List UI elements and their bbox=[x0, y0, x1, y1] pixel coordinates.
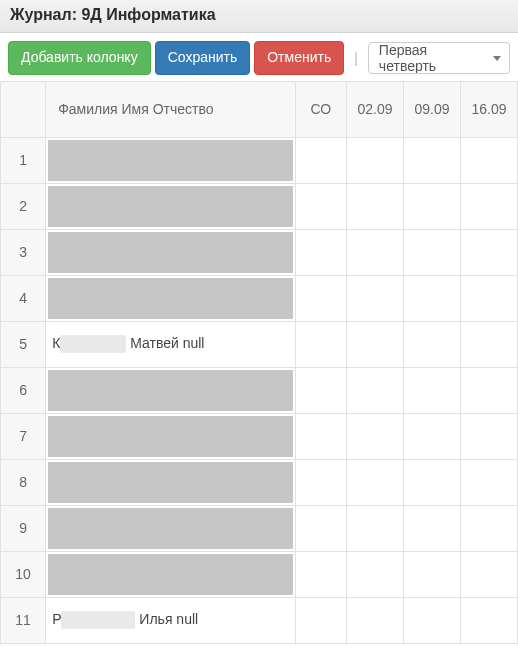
co-cell[interactable] bbox=[295, 367, 347, 413]
grade-cell[interactable] bbox=[404, 137, 461, 183]
grade-cell[interactable] bbox=[347, 551, 404, 597]
row-number: 6 bbox=[1, 367, 46, 413]
grade-cell[interactable] bbox=[404, 275, 461, 321]
grade-cell[interactable] bbox=[460, 413, 517, 459]
student-name-cell[interactable] bbox=[46, 551, 295, 597]
grade-cell[interactable] bbox=[347, 459, 404, 505]
grade-cell[interactable] bbox=[460, 597, 517, 643]
row-number: 9 bbox=[1, 505, 46, 551]
grade-cell[interactable] bbox=[404, 551, 461, 597]
redaction-block bbox=[48, 370, 292, 411]
toolbar: Добавить колонку Сохранить Отменить | Пе… bbox=[0, 33, 518, 81]
cancel-button[interactable]: Отменить bbox=[254, 41, 344, 75]
grade-cell[interactable] bbox=[460, 275, 517, 321]
co-cell[interactable] bbox=[295, 459, 347, 505]
row-number: 3 bbox=[1, 229, 46, 275]
add-column-button[interactable]: Добавить колонку bbox=[8, 41, 151, 75]
grade-cell[interactable] bbox=[460, 505, 517, 551]
grid-header-row: Фамилия Имя Отчество СО 02.09 09.09 16.0… bbox=[1, 81, 518, 137]
grade-cell[interactable] bbox=[347, 367, 404, 413]
co-cell[interactable] bbox=[295, 321, 347, 367]
student-name-cell[interactable] bbox=[46, 367, 295, 413]
header-name[interactable]: Фамилия Имя Отчество bbox=[46, 81, 295, 137]
header-date-1[interactable]: 09.09 bbox=[404, 81, 461, 137]
header-co[interactable]: СО bbox=[295, 81, 347, 137]
row-number: 8 bbox=[1, 459, 46, 505]
row-number: 2 bbox=[1, 183, 46, 229]
row-number: 4 bbox=[1, 275, 46, 321]
table-row: 3 bbox=[1, 229, 518, 275]
student-name-cell[interactable] bbox=[46, 183, 295, 229]
header-date-0[interactable]: 02.09 bbox=[347, 81, 404, 137]
title-prefix: Журнал: bbox=[10, 6, 77, 23]
page-header: Журнал: 9Д Информатика bbox=[0, 0, 518, 33]
grade-cell[interactable] bbox=[404, 183, 461, 229]
student-name-cell[interactable] bbox=[46, 459, 295, 505]
table-row: 10 bbox=[1, 551, 518, 597]
grade-cell[interactable] bbox=[347, 321, 404, 367]
grade-cell[interactable] bbox=[404, 597, 461, 643]
grade-cell[interactable] bbox=[404, 413, 461, 459]
table-row: 2 bbox=[1, 183, 518, 229]
save-button[interactable]: Сохранить bbox=[155, 41, 251, 75]
student-name-cell[interactable] bbox=[46, 413, 295, 459]
student-name-cell[interactable] bbox=[46, 505, 295, 551]
redaction-block bbox=[48, 232, 292, 273]
redaction-block bbox=[48, 508, 292, 549]
header-date-2[interactable]: 16.09 bbox=[460, 81, 517, 137]
redaction-block bbox=[60, 335, 126, 353]
grade-cell[interactable] bbox=[460, 551, 517, 597]
grade-cell[interactable] bbox=[347, 229, 404, 275]
grade-cell[interactable] bbox=[460, 459, 517, 505]
grade-cell[interactable] bbox=[404, 505, 461, 551]
grade-cell[interactable] bbox=[404, 459, 461, 505]
grade-cell[interactable] bbox=[460, 367, 517, 413]
grade-cell[interactable] bbox=[347, 413, 404, 459]
grade-cell[interactable] bbox=[347, 275, 404, 321]
grade-cell[interactable] bbox=[347, 183, 404, 229]
redaction-block bbox=[48, 186, 292, 227]
row-number: 7 bbox=[1, 413, 46, 459]
table-row: 11Р Илья null bbox=[1, 597, 518, 643]
co-cell[interactable] bbox=[295, 597, 347, 643]
redaction-block bbox=[61, 611, 135, 629]
student-name-cell[interactable]: К Матвей null bbox=[46, 321, 295, 367]
student-name-cell[interactable]: Р Илья null bbox=[46, 597, 295, 643]
grade-cell[interactable] bbox=[460, 321, 517, 367]
redaction-block bbox=[48, 140, 292, 181]
student-name-cell[interactable] bbox=[46, 137, 295, 183]
co-cell[interactable] bbox=[295, 183, 347, 229]
grade-cell[interactable] bbox=[347, 137, 404, 183]
table-row: 6 bbox=[1, 367, 518, 413]
toolbar-separator: | bbox=[348, 50, 364, 66]
grade-grid: Фамилия Имя Отчество СО 02.09 09.09 16.0… bbox=[0, 81, 518, 644]
co-cell[interactable] bbox=[295, 551, 347, 597]
redaction-block bbox=[48, 554, 292, 595]
name-prefix: К bbox=[52, 335, 60, 351]
table-row: 7 bbox=[1, 413, 518, 459]
redaction-block bbox=[48, 462, 292, 503]
co-cell[interactable] bbox=[295, 505, 347, 551]
co-cell[interactable] bbox=[295, 275, 347, 321]
period-select-value: Первая четверть bbox=[379, 42, 485, 74]
co-cell[interactable] bbox=[295, 413, 347, 459]
grade-cell[interactable] bbox=[347, 597, 404, 643]
grade-cell[interactable] bbox=[404, 229, 461, 275]
co-cell[interactable] bbox=[295, 229, 347, 275]
grade-cell[interactable] bbox=[404, 321, 461, 367]
table-row: 9 bbox=[1, 505, 518, 551]
row-number: 11 bbox=[1, 597, 46, 643]
table-row: 1 bbox=[1, 137, 518, 183]
title-subject: 9Д Информатика bbox=[81, 6, 215, 23]
grade-cell[interactable] bbox=[460, 137, 517, 183]
grade-cell[interactable] bbox=[347, 505, 404, 551]
co-cell[interactable] bbox=[295, 137, 347, 183]
grade-cell[interactable] bbox=[460, 229, 517, 275]
grade-cell[interactable] bbox=[404, 367, 461, 413]
table-row: 5К Матвей null bbox=[1, 321, 518, 367]
student-name-cell[interactable] bbox=[46, 229, 295, 275]
redaction-block bbox=[48, 416, 292, 457]
student-name-cell[interactable] bbox=[46, 275, 295, 321]
grade-cell[interactable] bbox=[460, 183, 517, 229]
period-select[interactable]: Первая четверть bbox=[368, 42, 510, 74]
